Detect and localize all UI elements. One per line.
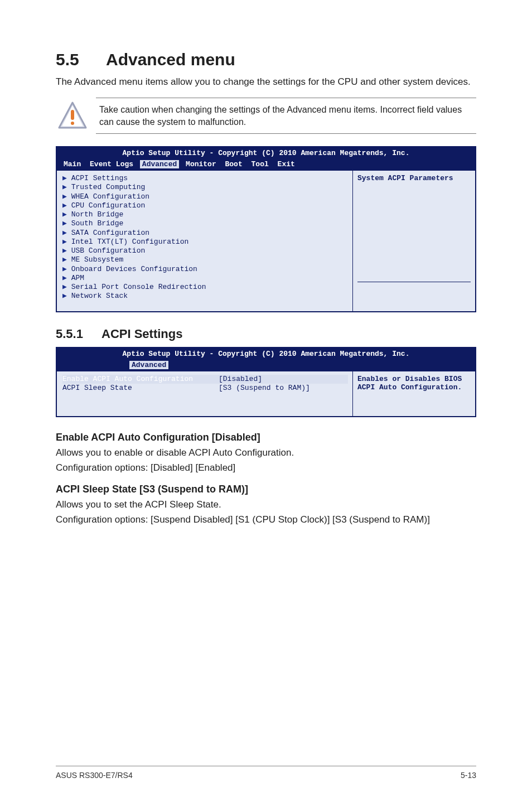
section-title-text: Advanced menu [106, 50, 235, 69]
option-heading-acpi-sleep: ACPI Sleep State [S3 (Suspend to RAM)] [56, 484, 476, 495]
bios-panel-acpi-settings: Aptio Setup Utility - Copyright (C) 2010… [56, 347, 476, 418]
list-item[interactable]: ▶ Trusted Computing [62, 183, 348, 192]
list-item-label: Network Stack [71, 292, 128, 300]
bios-help-text: System ACPI Parameters [357, 174, 471, 182]
tab-exit[interactable]: Exit [275, 160, 297, 168]
list-item-label: SATA Configuration [71, 229, 149, 237]
list-item-label: ME Subsystem [71, 255, 124, 264]
list-item-label: Intel TXT(LT) Configuration [71, 238, 189, 246]
option-heading-enable-acpi: Enable ACPI Auto Configuration [Disabled… [56, 432, 476, 443]
list-item[interactable]: ▶ WHEA Configuration [62, 192, 348, 201]
list-item-label: WHEA Configuration [71, 192, 149, 201]
subsection-heading: 5.5.1ACPI Settings [56, 327, 476, 341]
svg-point-3 [71, 122, 74, 125]
bios-settings-area: Enable ACPI Auto Configuration [Disabled… [57, 371, 352, 417]
separator [357, 282, 471, 282]
list-item-label: Trusted Computing [71, 183, 146, 191]
list-item[interactable]: ▶ Intel TXT(LT) Configuration [62, 238, 348, 247]
svg-rect-2 [71, 110, 74, 120]
footer-page-number: 5-13 [461, 771, 476, 780]
setting-acpi-sleep-state[interactable]: ACPI Sleep State [S3 (Suspend to RAM)] [62, 384, 348, 393]
caution-icon [56, 101, 89, 131]
list-item[interactable]: ▶ North Bridge [62, 210, 348, 219]
option-desc: Allows you to set the ACPI Sleep State. [56, 499, 476, 511]
page-footer: ASUS RS300-E7/RS4 5-13 [56, 766, 476, 780]
bios-tab-bar: Advanced [57, 360, 475, 371]
list-item-label: North Bridge [71, 210, 124, 219]
list-item[interactable]: ▶ CPU Configuration [62, 201, 348, 210]
option-desc: Allows you to enable or disable ACPI Aut… [56, 447, 476, 460]
setting-label: ACPI Sleep State [62, 384, 219, 393]
list-item[interactable]: ▶ ME Subsystem [62, 255, 348, 264]
setting-value: [S3 (Suspend to RAM)] [219, 384, 310, 393]
tab-advanced[interactable]: Advanced [140, 160, 179, 168]
list-item-label: APM [71, 274, 84, 282]
section-number: 5.5 [56, 50, 106, 69]
subsection-number: 5.5.1 [56, 327, 101, 341]
bios-help-pane: System ACPI Parameters [352, 171, 475, 311]
list-item[interactable]: ▶ Network Stack [62, 292, 348, 301]
subsection-title-text: ACPI Settings [101, 327, 182, 341]
setting-value: [Disabled] [219, 375, 262, 384]
section-heading: 5.5Advanced menu [56, 50, 476, 69]
list-item[interactable]: ▶ Serial Port Console Redirection [62, 283, 348, 292]
tab-tool[interactable]: Tool [249, 160, 271, 168]
footer-product: ASUS RS300-E7/RS4 [56, 771, 133, 780]
option-config-options: Configuration options: [Disabled] [Enabl… [56, 462, 476, 475]
bios-help-pane: Enables or Disables BIOS ACPI Auto Confi… [352, 371, 475, 417]
caution-text: Take caution when changing the settings … [99, 104, 476, 128]
bios-tab-bar: Main Event Logs Advanced Monitor Boot To… [57, 159, 475, 171]
option-config-options: Configuration options: [Suspend Disabled… [56, 514, 476, 526]
list-item[interactable]: ▶ APM [62, 274, 348, 283]
setting-enable-acpi-auto[interactable]: Enable ACPI Auto Configuration [Disabled… [62, 375, 348, 384]
list-item[interactable]: ▶ Onboard Devices Configuration [62, 265, 348, 274]
section-intro: The Advanced menu items allow you to cha… [56, 76, 476, 89]
list-item-label: Onboard Devices Configuration [71, 265, 197, 273]
list-item[interactable]: ▶ SATA Configuration [62, 229, 348, 238]
list-item[interactable]: ▶ USB Configuration [62, 247, 348, 255]
tab-main[interactable]: Main [61, 160, 83, 168]
list-item[interactable]: ▶ ACPI Settings [62, 174, 348, 183]
tab-boot[interactable]: Boot [223, 160, 245, 168]
setting-label: Enable ACPI Auto Configuration [62, 375, 219, 384]
list-item[interactable]: ▶ South Bridge [62, 219, 348, 228]
tab-event-logs[interactable]: Event Logs [88, 160, 136, 168]
bios-panel-advanced: Aptio Setup Utility - Copyright (C) 2010… [56, 146, 476, 312]
list-item-label: USB Configuration [71, 247, 146, 255]
bios-title: Aptio Setup Utility - Copyright (C) 2010… [57, 147, 475, 159]
list-item-label: South Bridge [71, 219, 124, 228]
list-item-label: CPU Configuration [71, 201, 146, 210]
tab-advanced[interactable]: Advanced [129, 361, 168, 369]
tab-monitor[interactable]: Monitor [183, 160, 219, 168]
bios-help-text: Enables or Disables BIOS ACPI Auto Confi… [357, 375, 471, 392]
list-item-label: Serial Port Console Redirection [71, 283, 206, 291]
bios-title: Aptio Setup Utility - Copyright (C) 2010… [57, 348, 475, 360]
list-item-label: ACPI Settings [71, 174, 128, 182]
caution-box: Take caution when changing the settings … [56, 98, 476, 134]
bios-menu-list: ▶ ACPI Settings ▶ Trusted Computing ▶ WH… [57, 171, 352, 311]
